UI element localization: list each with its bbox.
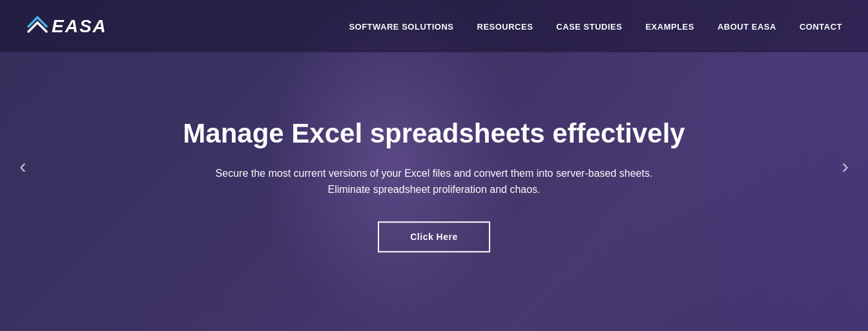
- logo-text: EASA: [52, 16, 107, 37]
- nav-item-contact[interactable]: CONTACT: [800, 21, 842, 32]
- nav-link-contact[interactable]: CONTACT: [800, 22, 842, 32]
- hero-section: EASA SOFTWARE SOLUTIONS RESOURCES CASE S…: [0, 0, 868, 331]
- hero-subtitle: Secure the most current versions of your…: [143, 165, 725, 198]
- logo[interactable]: EASA: [26, 15, 107, 38]
- navbar: EASA SOFTWARE SOLUTIONS RESOURCES CASE S…: [0, 0, 868, 52]
- nav-item-software-solutions[interactable]: SOFTWARE SOLUTIONS: [349, 21, 453, 32]
- chevron-right-icon: ›: [842, 154, 849, 177]
- hero-content: Manage Excel spreadsheets effectively Se…: [143, 117, 725, 253]
- nav-item-case-studies[interactable]: CASE STUDIES: [556, 21, 622, 32]
- nav-link-about-easa[interactable]: ABOUT EASA: [718, 22, 776, 32]
- hero-subtitle-line1: Secure the most current versions of your…: [216, 168, 653, 179]
- nav-item-examples[interactable]: EXAMPLES: [645, 21, 694, 32]
- nav-link-resources[interactable]: RESOURCES: [477, 22, 533, 32]
- carousel-next-button[interactable]: ›: [835, 149, 855, 183]
- carousel-prev-button[interactable]: ‹: [13, 149, 33, 183]
- nav-link-case-studies[interactable]: CASE STUDIES: [556, 22, 622, 32]
- hero-title: Manage Excel spreadsheets effectively: [143, 117, 725, 150]
- hero-subtitle-line2: Eliminate spreadsheet proliferation and …: [327, 185, 540, 196]
- nav-link-software-solutions[interactable]: SOFTWARE SOLUTIONS: [349, 22, 453, 32]
- chevron-left-icon: ‹: [19, 154, 26, 177]
- logo-icon: [26, 15, 49, 38]
- cta-button[interactable]: Click Here: [378, 221, 490, 252]
- nav-link-examples[interactable]: EXAMPLES: [645, 22, 694, 32]
- nav-links: SOFTWARE SOLUTIONS RESOURCES CASE STUDIE…: [349, 21, 842, 32]
- nav-item-resources[interactable]: RESOURCES: [477, 21, 533, 32]
- nav-item-about-easa[interactable]: ABOUT EASA: [718, 21, 776, 32]
